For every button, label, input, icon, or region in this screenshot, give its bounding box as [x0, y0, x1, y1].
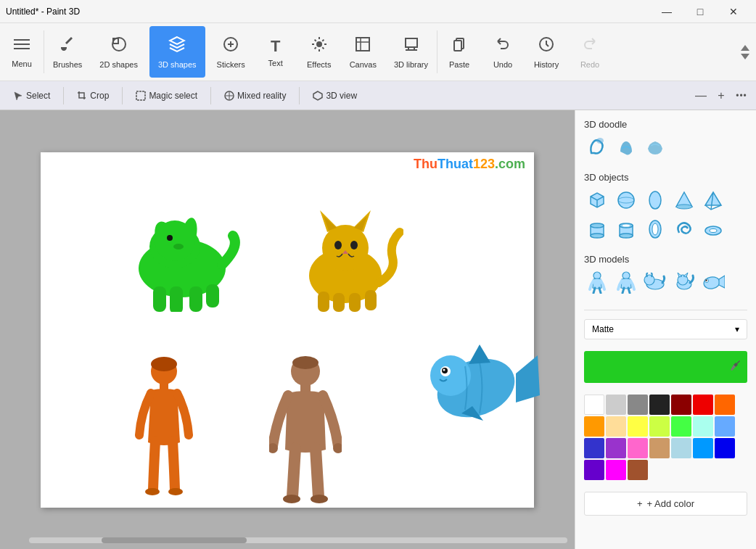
color-swatch-black[interactable] — [649, 395, 670, 415]
svg-point-46 — [151, 357, 177, 371]
text-button[interactable]: T Text — [254, 23, 297, 81]
mixed-reality-button[interactable]: Mixed reality — [217, 88, 293, 104]
material-dropdown[interactable]: Matte ▾ — [584, 319, 747, 339]
effects-icon — [311, 36, 328, 57]
snail-shape[interactable] — [671, 216, 697, 242]
toolbar-collapse[interactable] — [734, 23, 756, 81]
dog-model[interactable] — [642, 269, 668, 295]
menu-button[interactable]: Menu — [0, 23, 44, 81]
history-button[interactable]: History — [525, 23, 568, 81]
color-swatch-red[interactable] — [693, 395, 713, 415]
scrollbar[interactable] — [29, 537, 567, 543]
maximize-button[interactable]: □ — [683, 0, 717, 23]
3d-view-button[interactable]: 3D view — [305, 88, 364, 104]
color-swatch-yellow[interactable] — [628, 416, 648, 437]
cube-shape[interactable] — [584, 187, 610, 213]
undo-button[interactable]: Undo — [481, 23, 525, 81]
woman-model[interactable] — [584, 269, 610, 295]
color-swatch-orange[interactable] — [715, 395, 735, 415]
redo-button[interactable]: Redo — [568, 23, 612, 81]
man-model[interactable] — [613, 269, 639, 295]
capsule-shape[interactable] — [642, 187, 668, 213]
paste-button[interactable]: Paste — [437, 23, 481, 81]
svg-rect-21 — [170, 286, 183, 312]
cat-model[interactable] — [671, 269, 697, 295]
svg-point-44 — [443, 368, 445, 371]
color-swatch-purple[interactable] — [606, 438, 626, 458]
fish-model[interactable] — [700, 269, 726, 295]
woman-object[interactable] — [135, 355, 193, 503]
doodle-shape-2[interactable] — [613, 134, 639, 160]
add-color-button[interactable]: + + Add color — [584, 492, 747, 516]
color-swatch-lime[interactable] — [649, 416, 670, 437]
color-swatch-green[interactable] — [671, 416, 691, 437]
svg-point-18 — [167, 235, 173, 241]
svg-point-17 — [155, 220, 195, 261]
svg-point-6 — [316, 41, 322, 47]
hollow-cylinder-shape[interactable] — [613, 216, 639, 242]
svg-point-49 — [168, 488, 183, 495]
dropdown-chevron-icon: ▾ — [735, 324, 739, 334]
canvas-area[interactable]: ThuThuat123.com — [0, 110, 575, 549]
zoom-out-button[interactable]: — — [692, 87, 710, 104]
doodle-shape-3[interactable] — [642, 134, 668, 160]
brushes-label: Brushes — [53, 60, 82, 69]
color-swatch-peach[interactable] — [606, 416, 626, 437]
color-swatch-amber[interactable] — [584, 416, 604, 437]
cat-object[interactable] — [287, 196, 403, 314]
color-swatch-violet[interactable] — [584, 460, 604, 480]
color-swatch-darkred[interactable] — [671, 395, 691, 415]
3dshapes-button[interactable]: 3D shapes — [149, 26, 205, 78]
color-swatch-lightgray[interactable] — [606, 395, 626, 415]
2dshapes-label: 2D shapes — [99, 60, 138, 69]
select-button[interactable]: Select — [6, 88, 57, 104]
eyedropper-button[interactable] — [728, 359, 741, 375]
stickers-button[interactable]: Stickers — [208, 23, 254, 81]
3d-objects-grid — [584, 187, 747, 242]
brushes-button[interactable]: Brushes — [44, 23, 91, 81]
color-swatch-gray[interactable] — [628, 395, 648, 415]
color-swatch-royalblue[interactable] — [715, 438, 735, 458]
doodle-shape-1[interactable] — [584, 134, 610, 160]
sphere-shape[interactable] — [613, 187, 639, 213]
color-swatch-lightblue[interactable] — [715, 416, 735, 437]
magic-select-button[interactable]: Magic select — [128, 88, 205, 104]
minimize-button[interactable]: — — [650, 0, 683, 23]
color-swatch-mintgreen[interactable] — [693, 416, 713, 437]
color-swatch-white[interactable] — [584, 395, 604, 415]
select-label: Select — [26, 91, 50, 101]
brushes-icon — [59, 36, 76, 57]
torus-shape[interactable] — [700, 216, 726, 242]
effects-button[interactable]: Effects — [297, 23, 341, 81]
svg-point-38 — [430, 355, 471, 396]
fish-object[interactable] — [425, 334, 541, 459]
color-swatch-navyblue[interactable] — [584, 438, 604, 458]
scrollbar-thumb[interactable] — [102, 537, 247, 543]
color-swatch-pink[interactable] — [628, 438, 648, 458]
3dlibrary-button[interactable]: 3D library — [385, 23, 437, 81]
zoom-more-button[interactable]: ••• — [733, 87, 750, 104]
man-object[interactable] — [269, 355, 342, 510]
color-swatch-brown[interactable] — [628, 460, 648, 480]
color-swatch-tan[interactable] — [649, 438, 670, 458]
pyramid-shape[interactable] — [700, 187, 726, 213]
color-swatch-blue[interactable] — [693, 438, 713, 458]
canvas-button[interactable]: Canvas — [341, 23, 385, 81]
svg-rect-33 — [318, 292, 329, 312]
color-swatch-magenta[interactable] — [606, 460, 626, 480]
2dshapes-button[interactable]: 2D shapes — [91, 23, 147, 81]
svg-point-81 — [703, 276, 720, 290]
svg-rect-11 — [136, 91, 145, 100]
cone-shape[interactable] — [671, 187, 697, 213]
zoom-in-button[interactable]: + — [712, 87, 730, 104]
cylinder-shape[interactable] — [584, 216, 610, 242]
menu-icon — [14, 36, 30, 57]
dog-object[interactable] — [120, 196, 244, 314]
secondary-toolbar: Select Crop Magic select Mixed reality 3… — [0, 81, 756, 110]
redo-icon — [581, 36, 599, 57]
3d-objects-title: 3D objects — [584, 172, 747, 183]
close-button[interactable]: ✕ — [717, 0, 750, 23]
color-swatch-skyblue[interactable] — [671, 438, 691, 458]
tube-shape[interactable] — [642, 216, 668, 242]
crop-button[interactable]: Crop — [70, 88, 116, 104]
